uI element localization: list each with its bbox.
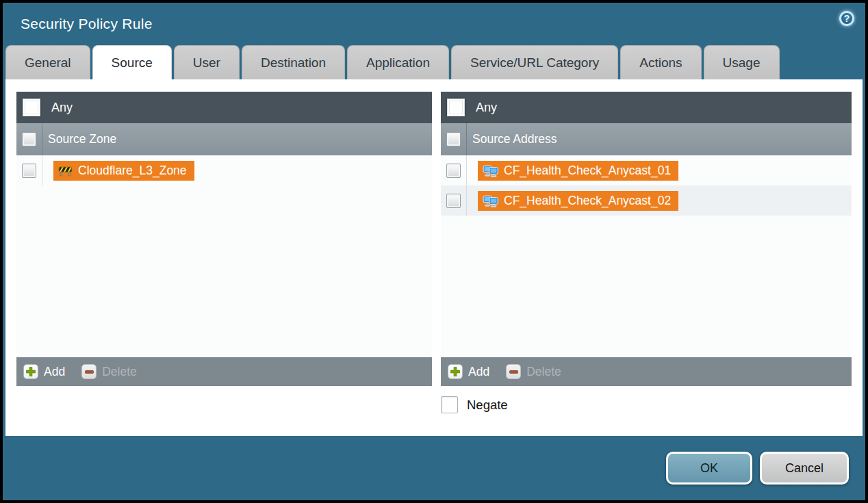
source-zone-column-header[interactable]: Source Zone: [16, 123, 432, 155]
source-zone-any-header: Any: [16, 92, 432, 123]
add-plus-icon: [23, 364, 38, 379]
source-address-panel: Any Source Address CF_Health_Check_Anyca…: [441, 92, 852, 386]
source-address-select-all-checkbox[interactable]: [446, 132, 461, 146]
source-address-item[interactable]: CF_Health_Check_Anycast_01: [478, 161, 678, 181]
add-button-label: Add: [468, 365, 489, 379]
source-address-add-button[interactable]: Add: [448, 364, 489, 379]
tab-service-url-category[interactable]: Service/URL Category: [451, 45, 618, 79]
source-address-row-checkbox[interactable]: [446, 164, 461, 178]
negate-checkbox[interactable]: [441, 396, 458, 413]
zone-barrier-icon: [58, 165, 73, 177]
tab-user[interactable]: User: [174, 45, 240, 79]
source-zone-add-button[interactable]: Add: [23, 364, 65, 379]
cancel-button[interactable]: Cancel: [760, 452, 849, 485]
source-address-delete-button[interactable]: Delete: [506, 364, 561, 379]
source-address-any-label: Any: [476, 101, 497, 115]
source-address-item-label: CF_Health_Check_Anycast_01: [504, 164, 671, 178]
tab-application[interactable]: Application: [347, 45, 449, 79]
dialog-titlebar: Security Policy Rule ?: [3, 3, 865, 45]
tab-source[interactable]: Source: [92, 45, 172, 79]
source-address-toolbar: Add Delete: [441, 357, 852, 386]
delete-minus-icon: [506, 364, 521, 379]
tab-actions[interactable]: Actions: [620, 45, 701, 79]
source-address-column-title: Source Address: [472, 132, 557, 146]
ok-button[interactable]: OK: [666, 452, 752, 485]
dialog-title: Security Policy Rule: [21, 16, 153, 32]
source-address-list: CF_Health_Check_Anycast_01 CF_Health_Che…: [441, 155, 852, 357]
source-tab-content: Any Source Zone Cloudflare_L3_Zone: [5, 79, 863, 436]
add-button-label: Add: [44, 365, 65, 379]
source-address-column-header[interactable]: Source Address: [441, 123, 852, 155]
dialog-button-bar: OK Cancel: [3, 436, 865, 500]
source-address-item-label: CF_Health_Check_Anycast_02: [504, 194, 671, 208]
add-plus-icon: [448, 364, 463, 379]
source-zone-column-title: Source Zone: [48, 132, 116, 146]
delete-button-label: Delete: [102, 365, 137, 379]
source-zone-toolbar: Add Delete: [16, 357, 432, 386]
source-zone-select-all-checkbox[interactable]: [22, 132, 36, 146]
tab-general[interactable]: General: [5, 45, 90, 79]
source-zone-any-label: Any: [51, 101, 73, 115]
source-zone-row-checkbox[interactable]: [22, 164, 36, 178]
source-address-item[interactable]: CF_Health_Check_Anycast_02: [478, 191, 678, 211]
source-zone-delete-button[interactable]: Delete: [81, 364, 137, 379]
tab-bar: General Source User Destination Applicat…: [3, 45, 865, 79]
source-zone-panel: Any Source Zone Cloudflare_L3_Zone: [16, 92, 432, 386]
negate-row: Negate: [441, 396, 852, 413]
tab-usage[interactable]: Usage: [704, 45, 780, 79]
delete-minus-icon: [81, 364, 97, 379]
address-host-icon: [483, 194, 498, 207]
source-zone-any-checkbox[interactable]: [23, 99, 40, 116]
source-address-any-checkbox[interactable]: [447, 99, 465, 116]
table-row: Cloudflare_L3_Zone: [16, 155, 432, 185]
table-row: CF_Health_Check_Anycast_01: [441, 155, 852, 185]
delete-button-label: Delete: [526, 365, 561, 379]
tab-destination[interactable]: Destination: [242, 45, 345, 79]
help-icon[interactable]: ?: [839, 11, 854, 26]
source-zone-item[interactable]: Cloudflare_L3_Zone: [53, 161, 194, 181]
security-policy-rule-dialog: Security Policy Rule ? General Source Us…: [3, 3, 865, 500]
source-zone-list: Cloudflare_L3_Zone: [16, 155, 432, 357]
source-address-row-checkbox[interactable]: [446, 194, 461, 208]
source-address-any-header: Any: [441, 92, 852, 123]
source-zone-item-label: Cloudflare_L3_Zone: [78, 164, 187, 178]
table-row: CF_Health_Check_Anycast_02: [441, 185, 852, 216]
address-host-icon: [483, 164, 498, 177]
negate-label: Negate: [467, 398, 508, 413]
